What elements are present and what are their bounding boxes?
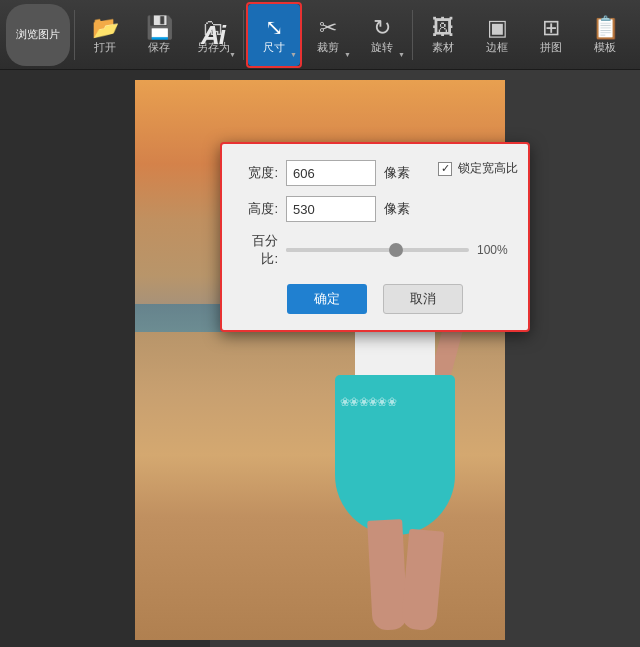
dialog-buttons: 确定 取消 [238,284,512,314]
collage-label: 拼图 [540,42,562,53]
open-button[interactable]: 📂 打开 [79,4,131,66]
material-button[interactable]: 🖼 素材 [417,4,469,66]
browse-button[interactable]: 浏览图片 [6,4,70,66]
width-input[interactable] [286,160,376,186]
percentage-row: 百分比: 100% [238,232,512,268]
width-unit: 像素 [384,164,410,182]
confirm-button[interactable]: 确定 [287,284,367,314]
pct-slider-thumb[interactable] [389,243,403,257]
collage-icon: ⊞ [542,17,560,39]
lock-ratio-checkbox[interactable] [438,162,452,176]
toolbar-separator-3 [412,10,413,60]
toolbar: 浏览图片 📂 打开 💾 保存 🗂 另存为 ⤡ 尺寸 ✂ 裁剪 ↻ 旋转 🖼 素材… [0,0,640,70]
width-label: 宽度: [238,164,278,182]
height-unit: 像素 [384,200,410,218]
crop-button[interactable]: ✂ 裁剪 [302,4,354,66]
save-label: 保存 [148,42,170,53]
template-button[interactable]: 📋 模板 [579,4,631,66]
save-button[interactable]: 💾 保存 [133,4,185,66]
rotate-label: 旋转 [371,42,393,53]
browse-label: 浏览图片 [16,29,60,40]
crop-label: 裁剪 [317,42,339,53]
toolbar-separator-2 [243,10,244,60]
rotate-button[interactable]: ↻ 旋转 [356,4,408,66]
border-label: 边框 [486,42,508,53]
crop-icon: ✂ [319,17,337,39]
resize-icon: ⤡ [265,17,283,39]
open-label: 打开 [94,42,116,53]
height-label: 高度: [238,200,278,218]
pct-label: 百分比: [238,232,278,268]
rotate-icon: ↻ [373,17,391,39]
main-area: 锁定宽高比 宽度: 像素 高度: 像素 百分比: 100% 确定 取消 [0,70,640,647]
open-icon: 📂 [92,17,119,39]
lock-ratio-row: 锁定宽高比 [438,160,518,177]
resize-btn-wrap: ⤡ 尺寸 [248,4,300,66]
lock-ratio-label: 锁定宽高比 [458,160,518,177]
resize-label: 尺寸 [263,42,285,53]
ai-brand: Ai [192,8,234,62]
height-row: 高度: 像素 [238,196,512,222]
pct-slider-track[interactable] [286,248,469,252]
toolbar-separator-1 [74,10,75,60]
save-icon: 💾 [146,17,173,39]
border-icon: ▣ [487,17,508,39]
paint-button[interactable]: 🖌 画笔 [633,4,640,66]
template-icon: 📋 [592,17,619,39]
border-button[interactable]: ▣ 边框 [471,4,523,66]
resize-dialog: 锁定宽高比 宽度: 像素 高度: 像素 百分比: 100% 确定 取消 [220,142,530,332]
collage-button[interactable]: ⊞ 拼图 [525,4,577,66]
height-input[interactable] [286,196,376,222]
cancel-button[interactable]: 取消 [383,284,463,314]
template-label: 模板 [594,42,616,53]
person-leg-right [401,529,445,632]
person-skirt [335,375,455,535]
pct-value: 100% [477,243,512,257]
resize-button[interactable]: ⤡ 尺寸 [248,4,300,66]
material-icon: 🖼 [432,17,454,39]
pct-slider-fill [286,248,396,252]
material-label: 素材 [432,42,454,53]
